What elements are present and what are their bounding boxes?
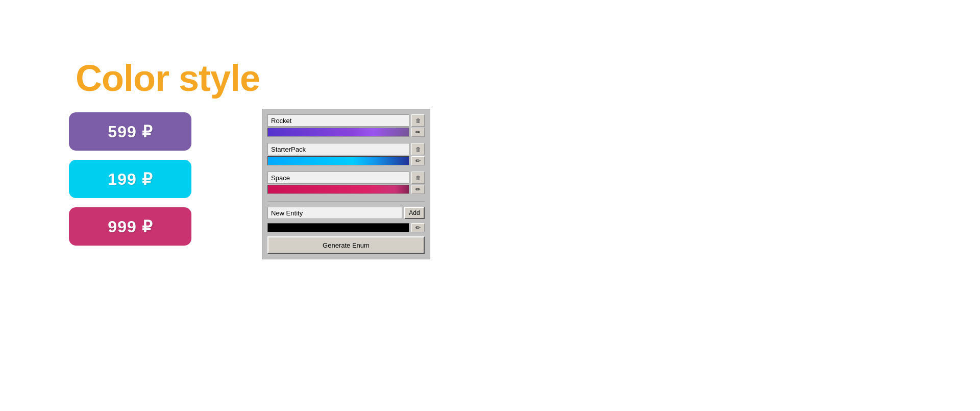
price-buttons-container: 599 ₽ 199 ₽ 999 ₽: [69, 112, 191, 246]
color-row-starterpack: ✏: [267, 156, 425, 165]
color-bar-rocket[interactable]: [267, 128, 409, 137]
eyedropper-button-starterpack[interactable]: ✏: [411, 156, 425, 165]
generate-enum-button[interactable]: Generate Enum: [267, 236, 425, 254]
price-button-pink[interactable]: 999 ₽: [69, 207, 191, 246]
delete-button-space[interactable]: 🗑: [411, 172, 425, 184]
entity-row-starterpack: 🗑 ✏: [267, 143, 425, 165]
eyedropper-button-space[interactable]: ✏: [411, 185, 425, 194]
new-entity-row: Add: [267, 207, 425, 219]
color-row-space: ✏: [267, 185, 425, 194]
entity-name-row-starterpack: 🗑: [267, 143, 425, 155]
color-bar-starterpack[interactable]: [267, 156, 409, 165]
eyedropper-button-new[interactable]: ✏: [411, 223, 425, 232]
entity-row-rocket: 🗑 ✏: [267, 114, 425, 137]
eyedropper-button-rocket[interactable]: ✏: [411, 128, 425, 137]
page-title: Color style: [76, 57, 260, 99]
color-bar-space[interactable]: [267, 185, 409, 194]
new-entity-color-bar[interactable]: [267, 223, 409, 232]
price-button-cyan[interactable]: 199 ₽: [69, 160, 191, 198]
delete-button-starterpack[interactable]: 🗑: [411, 143, 425, 155]
color-style-panel: 🗑 ✏ 🗑 ✏ 🗑 ✏ Add: [262, 109, 430, 259]
entity-name-input-space[interactable]: [267, 172, 409, 184]
new-entity-color-row: ✏: [267, 223, 425, 232]
panel-divider: [267, 201, 425, 202]
entity-name-row-space: 🗑: [267, 172, 425, 184]
entity-name-row-rocket: 🗑: [267, 114, 425, 127]
entity-name-input-rocket[interactable]: [267, 114, 409, 127]
entity-name-input-starterpack[interactable]: [267, 143, 409, 155]
color-row-rocket: ✏: [267, 128, 425, 137]
entity-row-space: 🗑 ✏: [267, 172, 425, 194]
new-entity-input[interactable]: [267, 207, 402, 219]
add-button[interactable]: Add: [404, 207, 425, 219]
delete-button-rocket[interactable]: 🗑: [411, 114, 425, 127]
price-button-purple[interactable]: 599 ₽: [69, 112, 191, 151]
